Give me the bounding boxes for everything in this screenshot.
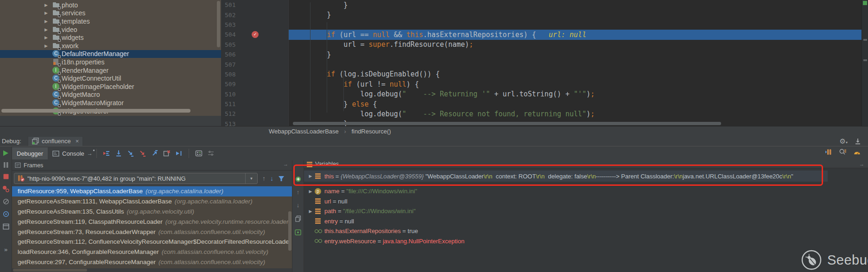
breadcrumb-method[interactable]: findResource(): [351, 128, 391, 135]
stack-frame-row[interactable]: getResource:297, ConfigurableResourceMan…: [12, 257, 292, 267]
stack-frame-row[interactable]: loadResource:346, ConfigurableResourceMa…: [12, 247, 292, 257]
tree-item[interactable]: ▶ DefaultRenderManager: [0, 50, 221, 58]
tree-item[interactable]: ▶ WidgetImagePlaceholder: [0, 82, 221, 91]
editor-gutter[interactable]: 506 ✓: [221, 50, 288, 59]
stack-frame-row[interactable]: findResource:959, WebappClassLoaderBase …: [12, 186, 292, 196]
editor-gutter[interactable]: 509 ✓: [221, 79, 288, 89]
frame-down-button[interactable]: ↓: [270, 175, 273, 182]
threads-view-icon[interactable]: [825, 148, 832, 156]
frames-vertical-scrollbar[interactable]: [288, 211, 291, 251]
step-into-button[interactable]: [125, 148, 137, 158]
chevron-right-icon[interactable]: ▶: [44, 11, 52, 15]
editor-gutter[interactable]: 503 ✓: [221, 20, 288, 30]
variable-row[interactable]: ▶ path = "/file:///C://Windows/win.ini": [304, 206, 868, 216]
variable-row[interactable]: ▶ this.hasExternalRepositories = true: [304, 226, 868, 236]
tree-item[interactable]: ▶ WidgetMacro: [0, 91, 221, 99]
tree-item[interactable]: ▶ video: [0, 25, 221, 34]
mute-breakpoints-button[interactable]: [3, 198, 9, 205]
force-step-into-button[interactable]: [137, 148, 149, 158]
code-editor[interactable]: 501 ✓ } 502 ✓ } 503 ✓: [221, 0, 862, 126]
stack-frame-row[interactable]: getResourceStream:112, ConfluenceVelocit…: [12, 237, 292, 247]
copy-value-icon[interactable]: [295, 215, 301, 222]
frame-up-button[interactable]: ↑: [262, 175, 266, 182]
tree-item[interactable]: ▶ widgets: [0, 33, 221, 42]
variable-row[interactable]: ▶ url = null: [304, 196, 868, 207]
editor-gutter[interactable]: 504 ✓: [221, 30, 288, 39]
stack-frame-row[interactable]: getResourceStream:73, ResourceLoaderWrap…: [12, 227, 292, 237]
code-text[interactable]: }: [288, 10, 862, 19]
variable-row[interactable]: ▶ entry = null: [304, 216, 868, 227]
editor-gutter[interactable]: 513 ✓: [221, 119, 288, 126]
float-panel-icon[interactable]: →: [283, 161, 288, 167]
chevron-right-icon[interactable]: ▶: [44, 3, 52, 7]
variable-row[interactable]: ▶ this = {WebappClassLoader@39559} "Weba…: [304, 171, 828, 182]
frames-horizontal-scrollbar[interactable]: [13, 269, 87, 272]
editor-gutter[interactable]: 502 ✓: [221, 10, 288, 19]
code-text[interactable]: }: [288, 50, 862, 59]
code-text[interactable]: }: [288, 0, 862, 10]
editor-horizontal-scrollbar[interactable]: [293, 122, 721, 125]
memory-gauge-icon[interactable]: [853, 148, 861, 156]
search-variables-icon[interactable]: [839, 148, 847, 156]
close-icon[interactable]: ×: [76, 138, 79, 145]
tree-item[interactable]: ▶ WidgetConnectorUtil: [0, 74, 221, 82]
code-text[interactable]: } else {: [288, 99, 862, 109]
thread-dropdown[interactable]: "http-nio-9090-exec-7"@40,482 in group "…: [14, 173, 258, 184]
code-text[interactable]: url = super.findResource(name);: [288, 40, 862, 50]
expand-arrow-icon[interactable]: ▶: [307, 209, 314, 214]
show-execution-point-button[interactable]: [101, 148, 113, 158]
filter-frames-icon[interactable]: [278, 175, 285, 182]
tree-item[interactable]: ▶ xwork: [0, 42, 221, 50]
tree-vertical-scrollbar[interactable]: [217, 1, 220, 47]
step-out-button[interactable]: [149, 148, 161, 158]
tree-item[interactable]: ▶ templates: [0, 17, 221, 25]
evaluate-expression-button[interactable]: [193, 148, 205, 158]
editor-gutter[interactable]: 511 ✓: [221, 99, 288, 109]
code-text[interactable]: log.debug(" --> Returning '" + url.toStr…: [288, 89, 862, 99]
tree-item[interactable]: ▶ services: [0, 9, 221, 18]
tree-item[interactable]: ▶ WidgetMacroMigrator: [0, 99, 221, 107]
run-to-cursor-button[interactable]: [173, 148, 185, 158]
chevron-right-icon[interactable]: ▶: [44, 27, 52, 32]
pause-button[interactable]: [3, 162, 9, 168]
code-text[interactable]: if (log.isDebugEnabled()) {: [288, 70, 862, 79]
resume-button[interactable]: [3, 150, 9, 156]
tree-item[interactable]: ▶ i18n.properties: [0, 58, 221, 66]
editor-gutter[interactable]: 501 ✓: [221, 0, 288, 10]
code-text[interactable]: [288, 59, 862, 69]
stack-frame-row[interactable]: getResourceAsStream:135, ClassUtils (org…: [12, 207, 292, 217]
expand-arrow-icon[interactable]: ▶: [307, 189, 314, 194]
debug-session-tab[interactable]: confluence ×: [28, 136, 83, 146]
drop-frame-button[interactable]: [161, 148, 173, 158]
code-text[interactable]: if (url == null && this.hasExternalRepos…: [288, 30, 862, 39]
chevron-right-icon[interactable]: ▶: [44, 44, 52, 48]
settings-gear-icon[interactable]: ⚙▾: [840, 137, 848, 145]
move-watch-down-icon[interactable]: ↓: [297, 202, 300, 208]
editor-error-stripe[interactable]: [862, 0, 868, 135]
stripe-mark[interactable]: [863, 59, 867, 61]
tab-console[interactable]: Console: [48, 147, 89, 159]
float-panel-icon[interactable]: →: [859, 161, 864, 167]
editor-gutter[interactable]: 508 ✓: [221, 70, 288, 79]
chevron-right-icon[interactable]: ▶: [44, 35, 52, 40]
inspection-status-icon[interactable]: [863, 1, 867, 5]
tree-item[interactable]: ▶ RenderManager: [0, 66, 221, 75]
add-watch-icon[interactable]: [295, 176, 301, 182]
tree-item[interactable]: ▶ photo: [0, 1, 221, 9]
code-text[interactable]: if (url != null) {: [288, 79, 862, 89]
stripe-mark[interactable]: [863, 39, 867, 41]
layout-settings-button[interactable]: [205, 148, 217, 158]
breadcrumb-class[interactable]: WebappClassLoaderBase: [269, 128, 339, 135]
hide-toolwindow-icon[interactable]: [854, 138, 862, 145]
show-watches-icon[interactable]: [295, 229, 301, 235]
expand-arrow-icon[interactable]: ▶: [307, 174, 314, 178]
editor-gutter[interactable]: 512 ✓: [221, 109, 288, 119]
tab-debugger[interactable]: Debugger: [12, 147, 48, 159]
restore-layout-button[interactable]: [3, 223, 9, 230]
tree-horizontal-scrollbar[interactable]: [1, 109, 190, 113]
settings-target-icon[interactable]: [3, 211, 9, 217]
jump-to-console-icon[interactable]: →: [87, 150, 93, 157]
stop-button[interactable]: [3, 174, 9, 179]
move-watch-up-icon[interactable]: ↑: [297, 190, 300, 195]
editor-gutter[interactable]: 507 ✓: [221, 59, 288, 69]
